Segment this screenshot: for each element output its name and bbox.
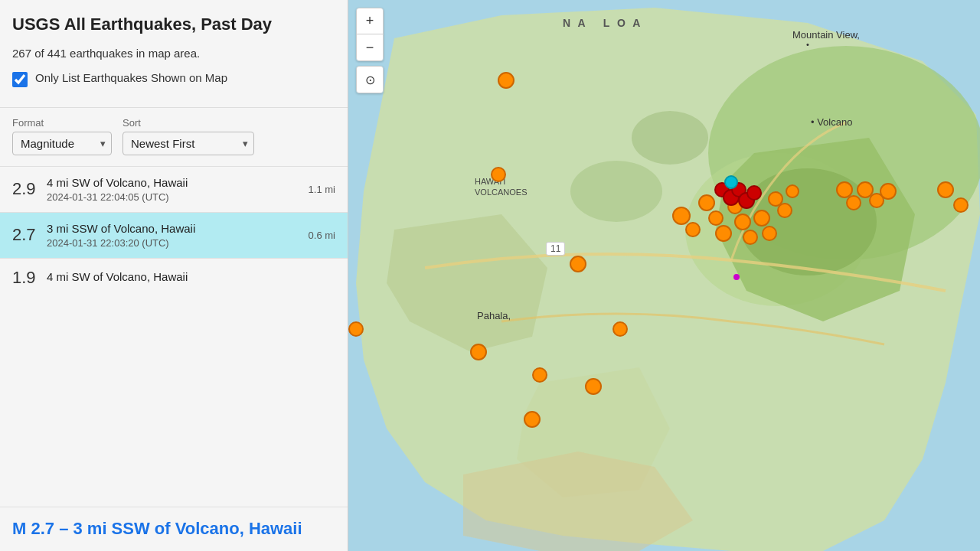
locate-control: ⊙ — [356, 66, 384, 93]
earthquake-marker[interactable] — [953, 197, 969, 213]
earthquake-marker[interactable] — [777, 203, 792, 218]
panel-header: USGS All Earthquakes, Past Day 267 of 44… — [0, 0, 348, 107]
eq-distance: 0.6 mi — [309, 230, 335, 241]
map-background — [348, 0, 980, 551]
show-on-map-checkbox[interactable] — [12, 72, 28, 87]
eq-location: 4 mi SW of Volcano, Hawaii — [47, 176, 309, 189]
earthquake-item[interactable]: 1.9 4 mi SW of Volcano, Hawaii — [0, 258, 348, 297]
earthquake-marker[interactable] — [743, 230, 758, 245]
earthquake-list: 2.9 4 mi SW of Volcano, Hawaii 2024-01-3… — [0, 166, 348, 507]
eq-distance: 1.1 mi — [309, 184, 335, 195]
road-label-11: 11 — [546, 242, 565, 256]
earthquake-marker[interactable] — [846, 195, 861, 210]
filter-divider — [0, 107, 348, 108]
earthquake-marker[interactable] — [348, 321, 364, 337]
earthquake-marker[interactable] — [672, 207, 691, 225]
eq-time: 2024-01-31 22:04:05 (UTC) — [47, 191, 309, 203]
eq-time: 2024-01-31 22:03:20 (UTC) — [47, 237, 309, 249]
filter-row: Format Magnitude Depth Time Sort Newest … — [0, 117, 348, 166]
earthquake-marker-selected[interactable] — [724, 175, 738, 189]
eq-magnitude: 2.7 — [12, 225, 47, 245]
zoom-out-button[interactable]: − — [357, 34, 383, 60]
sort-label: Sort — [122, 117, 254, 129]
earthquake-marker[interactable] — [570, 256, 586, 272]
earthquake-marker[interactable] — [762, 226, 777, 241]
earthquake-marker[interactable] — [470, 344, 487, 360]
earthquake-marker[interactable] — [585, 378, 602, 395]
eq-location: 4 mi SW of Volcano, Hawaii — [47, 270, 335, 283]
sort-group: Sort Newest First Oldest First Largest M… — [122, 117, 254, 155]
format-group: Format Magnitude Depth Time — [12, 117, 112, 155]
svg-point-11 — [632, 111, 708, 165]
svg-point-10 — [570, 161, 662, 222]
earthquake-marker[interactable] — [491, 167, 506, 182]
earthquake-item[interactable]: 2.9 4 mi SW of Volcano, Hawaii 2024-01-3… — [0, 166, 348, 212]
detail-panel: M 2.7 – 3 mi SSW of Volcano, Hawaii — [0, 507, 348, 551]
earthquake-marker[interactable] — [498, 72, 514, 89]
format-label: Format — [12, 117, 112, 129]
earthquake-count: 267 of 441 earthquakes in map area. — [12, 47, 335, 60]
eq-location: 3 mi SSW of Volcano, Hawaii — [47, 222, 309, 235]
earthquake-marker[interactable] — [937, 181, 954, 198]
detail-link[interactable]: M 2.7 – 3 mi SSW of Volcano, Hawaii — [12, 518, 335, 540]
eq-details: 4 mi SW of Volcano, Hawaii 2024-01-31 22… — [47, 176, 309, 203]
earthquake-marker[interactable] — [880, 183, 897, 200]
earthquake-marker[interactable] — [524, 411, 541, 428]
earthquake-marker[interactable] — [786, 184, 799, 198]
eq-details: 4 mi SW of Volcano, Hawaii — [47, 270, 335, 285]
format-select-wrapper: Magnitude Depth Time — [12, 132, 112, 155]
eq-details: 3 mi SSW of Volcano, Hawaii 2024-01-31 2… — [47, 222, 309, 249]
left-panel: USGS All Earthquakes, Past Day 267 of 44… — [0, 0, 348, 551]
checkbox-label: Only List Earthquakes Shown on Map — [35, 70, 227, 86]
map-controls: + − ⊙ — [356, 8, 384, 93]
earthquake-marker[interactable] — [685, 222, 701, 237]
zoom-in-button[interactable]: + — [357, 8, 383, 34]
earthquake-marker[interactable] — [698, 194, 715, 211]
earthquake-item-selected[interactable]: 2.7 3 mi SSW of Volcano, Hawaii 2024-01-… — [0, 212, 348, 258]
sort-select-wrapper: Newest First Oldest First Largest Magnit… — [122, 132, 254, 155]
sort-select[interactable]: Newest First Oldest First Largest Magnit… — [122, 132, 254, 155]
eq-magnitude: 1.9 — [12, 268, 47, 288]
earthquake-marker[interactable] — [532, 367, 547, 383]
earthquake-marker[interactable] — [708, 210, 724, 226]
format-select[interactable]: Magnitude Depth Time — [12, 132, 112, 155]
locate-button[interactable]: ⊙ — [357, 67, 383, 93]
earthquake-marker[interactable] — [715, 225, 732, 242]
checkbox-row: Only List Earthquakes Shown on Map — [12, 70, 335, 87]
earthquake-marker-red[interactable] — [746, 185, 762, 201]
earthquake-marker[interactable] — [612, 321, 628, 337]
map-area[interactable]: Mountain View, • N A L O A • Volcano HAW… — [348, 0, 980, 551]
earthquake-marker[interactable] — [753, 210, 770, 227]
page-title: USGS All Earthquakes, Past Day — [12, 14, 335, 36]
zoom-controls: + − — [356, 8, 384, 61]
earthquake-marker[interactable] — [734, 214, 751, 230]
eq-magnitude: 2.9 — [12, 179, 47, 199]
